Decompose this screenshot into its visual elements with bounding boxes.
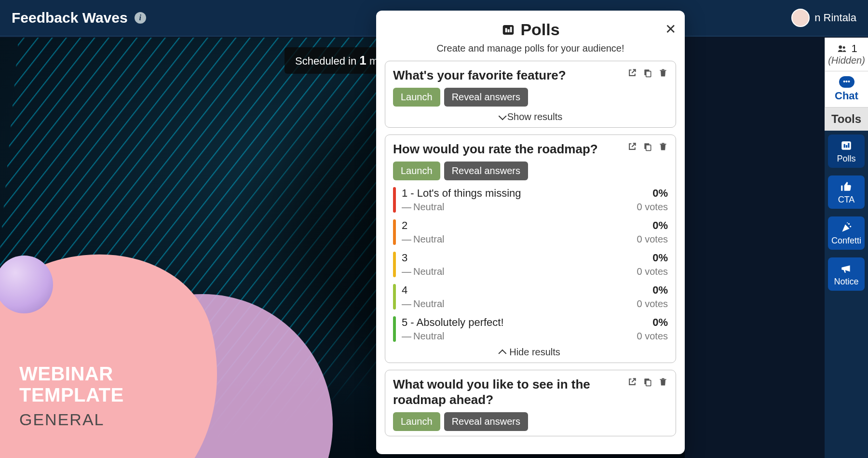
svg-rect-2 <box>508 29 510 32</box>
result-votes: 0 votes <box>637 234 668 245</box>
tool-cta[interactable]: CTA <box>828 175 865 209</box>
poll-card: What's your favorite feature? Launch Rev… <box>385 61 676 128</box>
svg-rect-15 <box>848 143 849 148</box>
result-sentiment: —Neutral <box>402 202 444 213</box>
svg-rect-1 <box>505 28 507 32</box>
scheduled-number: 1 <box>359 53 366 67</box>
svg-point-16 <box>848 223 850 225</box>
result-option-label: 3 <box>402 252 407 264</box>
tool-label: Polls <box>837 154 855 164</box>
svg-rect-9 <box>646 380 651 386</box>
result-sentiment: —Neutral <box>402 298 444 310</box>
poll-result-row: 20%—Neutral0 votes <box>393 219 668 245</box>
reveal-answers-button[interactable]: Reveal answers <box>444 162 528 180</box>
poll-results: 1 - Lot's of things missing0%—Neutral0 v… <box>393 187 668 342</box>
result-votes: 0 votes <box>637 202 668 213</box>
launch-button[interactable]: Launch <box>393 88 440 107</box>
template-line3: GENERAL <box>19 410 124 429</box>
result-option-label: 1 - Lot's of things missing <box>402 187 521 200</box>
result-percentage: 0% <box>652 284 668 296</box>
page-title: Feedback Waves i <box>12 10 146 26</box>
result-sentiment: —Neutral <box>402 234 444 245</box>
poll-question: What's your favorite feature? <box>393 68 627 83</box>
open-external-icon[interactable] <box>627 142 637 153</box>
poll-question: How would you rate the roadmap? <box>393 142 627 157</box>
tool-polls[interactable]: Polls <box>828 135 865 168</box>
polls-icon <box>501 23 515 37</box>
result-votes: 0 votes <box>637 298 668 310</box>
template-line2: TEMPLATE <box>19 384 124 405</box>
reveal-answers-button[interactable]: Reveal answers <box>444 412 528 431</box>
user-name-fragment: n Rintala <box>814 12 856 24</box>
launch-button[interactable]: Launch <box>393 162 440 180</box>
chevron-up-icon <box>499 350 507 358</box>
svg-point-11 <box>843 46 845 49</box>
show-results-toggle[interactable]: Show results <box>393 111 668 122</box>
poll-result-row: 5 - Absolutely perfect!0%—Neutral0 votes <box>393 316 668 342</box>
tool-label: Confetti <box>831 236 861 246</box>
show-results-label: Show results <box>507 111 563 122</box>
delete-icon[interactable] <box>658 142 668 153</box>
launch-button[interactable]: Launch <box>393 412 440 431</box>
people-icon <box>836 44 848 54</box>
info-icon[interactable]: i <box>135 12 146 24</box>
avatar <box>791 9 810 27</box>
result-color-bar <box>393 252 396 277</box>
result-sentiment: —Neutral <box>402 331 444 342</box>
poll-result-row: 30%—Neutral0 votes <box>393 252 668 277</box>
result-percentage: 0% <box>652 187 668 200</box>
poll-result-row: 1 - Lot's of things missing0%—Neutral0 v… <box>393 187 668 213</box>
polls-subtitle: Create and manage polls for your audienc… <box>385 43 676 54</box>
result-percentage: 0% <box>652 316 668 329</box>
delete-icon[interactable] <box>658 377 668 388</box>
result-votes: 0 votes <box>637 266 668 277</box>
result-color-bar <box>393 187 396 213</box>
result-option-label: 5 - Absolutely perfect! <box>402 316 504 329</box>
duplicate-icon[interactable] <box>643 377 652 388</box>
duplicate-icon[interactable] <box>643 68 652 79</box>
result-color-bar <box>393 219 396 245</box>
result-percentage: 0% <box>652 219 668 232</box>
svg-rect-7 <box>646 145 651 151</box>
svg-point-17 <box>850 226 851 227</box>
svg-point-10 <box>839 45 842 49</box>
svg-rect-14 <box>846 145 847 148</box>
megaphone-icon <box>840 262 853 275</box>
template-line1: WEBINAR <box>19 363 124 384</box>
hide-results-toggle[interactable]: Hide results <box>393 347 668 358</box>
open-external-icon[interactable] <box>627 377 637 388</box>
reveal-answers-button[interactable]: Reveal answers <box>444 88 528 107</box>
right-sidebar: 1 (Hidden) Chat Tools Polls CTA Confetti… <box>825 38 868 458</box>
tool-confetti[interactable]: Confetti <box>828 216 865 250</box>
hidden-label: (Hidden) <box>828 55 865 66</box>
result-option-label: 4 <box>402 284 407 296</box>
confetti-icon <box>840 221 853 234</box>
user-badge[interactable]: n Rintala <box>791 9 856 27</box>
polls-title-text: Polls <box>520 20 559 39</box>
svg-point-18 <box>847 222 848 223</box>
chevron-down-icon <box>498 112 506 120</box>
tool-notice[interactable]: Notice <box>828 257 865 291</box>
polls-icon <box>840 139 853 152</box>
result-color-bar <box>393 284 396 310</box>
page-title-text: Feedback Waves <box>12 10 128 26</box>
result-color-bar <box>393 316 396 342</box>
tool-label: Notice <box>834 277 858 287</box>
poll-result-row: 40%—Neutral0 votes <box>393 284 668 310</box>
result-percentage: 0% <box>652 252 668 264</box>
chat-tab[interactable]: Chat <box>825 71 868 108</box>
poll-card: What would you like to see in the roadma… <box>385 370 676 436</box>
open-external-icon[interactable] <box>627 68 637 79</box>
attendee-count-box[interactable]: 1 (Hidden) <box>825 38 868 71</box>
template-label: WEBINAR TEMPLATE GENERAL <box>19 363 124 429</box>
tools-header: Tools <box>825 108 868 131</box>
thumbs-up-icon <box>840 180 853 193</box>
delete-icon[interactable] <box>658 68 668 79</box>
result-sentiment: —Neutral <box>402 266 444 277</box>
polls-title: Polls <box>501 20 559 39</box>
hide-results-label: Hide results <box>509 347 560 358</box>
close-button[interactable]: ✕ <box>665 21 676 37</box>
duplicate-icon[interactable] <box>643 142 652 153</box>
polls-header: Polls ✕ Create and manage polls for your… <box>385 20 676 61</box>
svg-rect-5 <box>646 71 651 77</box>
